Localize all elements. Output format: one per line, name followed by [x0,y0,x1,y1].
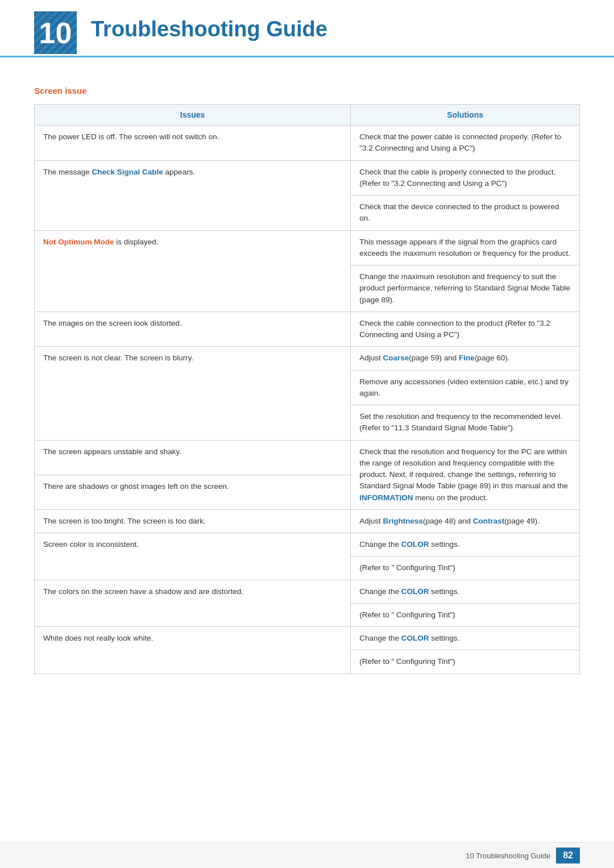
solution-cell: Check that the resolution and frequency … [351,440,580,509]
bold-term: INFORMATION [359,493,413,502]
table-row: White does not really look white. Change… [35,627,580,650]
issue-cell: The power LED is off. The screen will no… [35,126,351,161]
col-header-solutions: Solutions [351,105,580,126]
table-row: Screen color is inconsistent. Change the… [35,533,580,556]
issue-cell: Screen color is inconsistent. [35,533,351,580]
solution-cell: Check that the power cable is connected … [351,126,580,161]
solution-cell: This message appears if the signal from … [351,230,580,265]
bold-term: COLOR [401,540,429,549]
page-title: Troubleshooting Guide [91,17,327,44]
solution-cell: Check that the cable is properly connect… [351,160,580,196]
col-header-issues: Issues [35,105,351,126]
issue-cell: The colors on the screen have a shadow a… [35,580,351,627]
solution-cell: Check the cable connection to the produc… [351,312,580,347]
section-title: Screen issue [34,86,580,95]
solution-cell: Check that the device connected to the p… [351,196,580,231]
table-row: The screen is not clear. The screen is b… [35,347,580,370]
bold-term: Not Optimum Mode [43,238,114,246]
solution-cell: (Refer to " Configuring Tint") [351,603,580,626]
solution-cell: Change the COLOR settings. [351,580,580,603]
bold-term: Check Signal Cable [92,168,163,176]
solution-cell: (Refer to " Configuring Tint") [351,556,580,580]
solution-cell: Change the maximum resolution and freque… [351,265,580,312]
bold-term: Brightness [383,517,424,525]
footer-text: 10 Troubleshooting Guide [466,852,550,860]
table-row: Not Optimum Mode is displayed. This mess… [35,230,580,265]
issue-cell: White does not really look white. [35,627,351,674]
table-row: The images on the screen look distorted.… [35,312,580,347]
issues-table: Issues Solutions The power LED is off. T… [34,104,580,674]
table-row: The screen appears unstable and shaky. C… [35,440,580,475]
content-area: Screen issue Issues Solutions The power … [0,57,614,708]
issue-cell: The screen is too bright. The screen is … [35,509,351,533]
solution-cell: Change the COLOR settings. [351,533,580,556]
solution-cell: Adjust Brightness(page 48) and Contrast(… [351,509,580,533]
issue-cell: The images on the screen look distorted. [35,312,351,347]
table-row: The colors on the screen have a shadow a… [35,580,580,603]
bold-term: Contrast [473,517,505,525]
table-row: The message Check Signal Cable appears. … [35,160,580,196]
table-row: The power LED is off. The screen will no… [35,126,580,161]
bold-term: Coarse [383,354,409,362]
table-row: The screen is too bright. The screen is … [35,509,580,533]
page-footer: 10 Troubleshooting Guide 82 [0,842,614,868]
chapter-number: 10 [39,18,72,48]
bold-term: COLOR [401,634,429,642]
issue-cell: Not Optimum Mode is displayed. [35,230,351,312]
chapter-badge: 10 [34,11,77,54]
bold-term: COLOR [401,587,429,596]
bold-term: Fine [459,354,475,362]
issue-cell: The screen appears unstable and shaky. [35,440,351,475]
solution-cell: Adjust Coarse(page 59) and Fine(page 60)… [351,347,580,370]
page-header: 10 Troubleshooting Guide [0,0,614,57]
issue-cell: There are shadows or ghost images left o… [35,475,351,509]
issue-cell: The message Check Signal Cable appears. [35,160,351,230]
solution-cell: (Refer to " Configuring Tint") [351,650,580,674]
page-number: 82 [556,848,580,863]
solution-cell: Change the COLOR settings. [351,627,580,650]
solution-cell: Remove any accessories (video extension … [351,370,580,405]
solution-cell: Set the resolution and frequency to the … [351,405,580,441]
issue-cell: The screen is not clear. The screen is b… [35,347,351,440]
